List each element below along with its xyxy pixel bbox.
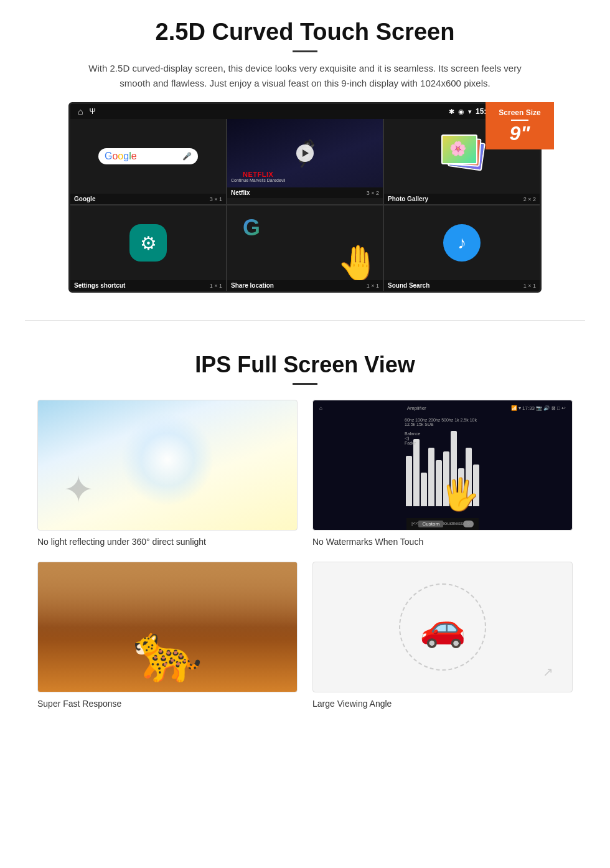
settings-cell[interactable]: ⚙ Settings shortcut 1 × 1 <box>70 205 226 291</box>
eq-bar-2 <box>413 439 420 506</box>
google-search-bar[interactable]: Google 🎤 <box>98 148 198 164</box>
music-note-icon: ♪ <box>443 224 481 262</box>
sunlight-flare: ✦ <box>63 468 94 511</box>
gallery-label-bar: Photo Gallery 2 × 2 <box>384 194 540 204</box>
google-logo: Google <box>105 151 137 162</box>
sound-app-name: Sound Search <box>388 282 429 289</box>
netflix-label-bar: Netflix 3 × 2 <box>227 187 383 198</box>
touch-hand-icon: 🖐 <box>441 476 479 512</box>
settings-icon: ⚙ <box>129 224 167 262</box>
netflix-cell[interactable]: 🦸 NETFLIX Continue Marvel's Daredevil Ne… <box>227 119 383 204</box>
photo-stack: 🌸 <box>437 131 487 181</box>
settings-app-name: Settings shortcut <box>74 282 125 289</box>
equalizer-image: ⌂ Amplifier 📶 ▾ 17:33 📷 🔊 ⊠ □ ↩ 60hz 100… <box>312 400 573 531</box>
device-wrapper: Screen Size 9" ⌂ Ψ ✱ ◉ ▾ 15:06 ⊡ ◁) ⊠ <box>62 102 548 293</box>
section2-divider <box>293 383 317 385</box>
flower-icon: 🌸 <box>449 141 466 157</box>
feature-equalizer: ⌂ Amplifier 📶 ▾ 17:33 📷 🔊 ⊠ □ ↩ 60hz 100… <box>312 400 573 547</box>
google-app-name: Google <box>74 196 95 202</box>
maps-g-logo: G <box>243 215 260 241</box>
badge-divider <box>511 120 528 121</box>
settings-content: ⚙ <box>70 205 226 280</box>
cheetah-image: 🐆 <box>37 562 298 692</box>
netflix-app-name: Netflix <box>231 189 250 196</box>
section2-title: IPS Full Screen View <box>37 352 573 378</box>
sunlight-image: ✦ <box>37 400 298 531</box>
title-divider <box>293 50 317 52</box>
car-image: 🚗 ↗ <box>312 562 573 692</box>
maps-cell[interactable]: G 🤚 Share location 1 × 1 <box>227 205 383 291</box>
eq-footer: |<< Custom loudness ○ <box>406 518 479 530</box>
section1-title: 2.5D Curved Touch Screen <box>37 19 573 45</box>
app-grid: Google 🎤 Google 3 × 1 <box>70 119 540 291</box>
status-bar: ⌂ Ψ ✱ ◉ ▾ 15:06 ⊡ ◁) ⊠ □ <box>70 104 540 119</box>
feature-grid: ✦ No light reflecting under 360° direct … <box>37 400 573 709</box>
feature-cheetah: 🐆 Super Fast Response <box>37 562 298 709</box>
maps-app-name: Share location <box>231 282 274 289</box>
photo-card-3: 🌸 <box>441 134 477 164</box>
section-ips: IPS Full Screen View ✦ No light reflecti… <box>0 339 610 727</box>
arrow-icon: ↗ <box>543 664 553 679</box>
status-left: ⌂ Ψ <box>78 106 96 116</box>
bluetooth-icon: ✱ <box>449 108 454 116</box>
section-curved-screen: 2.5D Curved Touch Screen With 2.5D curve… <box>0 0 610 301</box>
car-top-view-icon: 🚗 <box>420 605 466 649</box>
screen-size-value: 9" <box>494 123 545 143</box>
maps-label-bar: Share location 1 × 1 <box>227 280 383 291</box>
settings-app-size: 1 × 1 <box>210 283 222 289</box>
netflix-brand: NETFLIX Continue Marvel's Daredevil <box>231 171 285 182</box>
sound-label-bar: Sound Search 1 × 1 <box>384 280 540 291</box>
feature-sunlight: ✦ No light reflecting under 360° direct … <box>37 400 298 547</box>
netflix-play-button[interactable] <box>296 144 314 162</box>
home-icon[interactable]: ⌂ <box>78 106 83 116</box>
eq-bar-3 <box>421 473 427 506</box>
google-label-bar: Google 3 × 1 <box>70 194 226 204</box>
sound-app-size: 1 × 1 <box>523 283 536 289</box>
gear-icon: ⚙ <box>140 232 157 254</box>
netflix-scene: 🦸 NETFLIX Continue Marvel's Daredevil <box>227 119 383 187</box>
eq-bars-wrapper: 60hz 100hz 200hz 500hz 1k 2.5k 10k 12.5k… <box>400 400 486 516</box>
wifi-icon: ▾ <box>468 108 472 116</box>
section-divider <box>25 320 585 321</box>
gallery-app-size: 2 × 2 <box>523 196 536 202</box>
hand-pointing-icon: 🤚 <box>337 243 380 280</box>
car-circle: 🚗 <box>399 583 486 671</box>
settings-label-bar: Settings shortcut 1 × 1 <box>70 280 226 291</box>
google-cell[interactable]: Google 🎤 Google 3 × 1 <box>70 119 226 204</box>
eq-bar-1 <box>406 456 412 506</box>
music-icon: ♪ <box>458 233 466 253</box>
sound-search-cell[interactable]: ♪ Sound Search 1 × 1 <box>384 205 540 291</box>
maps-content: G 🤚 <box>227 205 383 280</box>
netflix-bg: 🦸 NETFLIX Continue Marvel's Daredevil <box>227 119 383 187</box>
screen-badge-label: Screen Size <box>494 108 545 117</box>
sun-ray <box>121 413 214 506</box>
sky-gradient <box>38 562 297 640</box>
feature-car: 🚗 ↗ Large Viewing Angle <box>312 562 573 709</box>
custom-button[interactable]: Custom <box>418 521 443 527</box>
play-triangle-icon <box>303 149 309 157</box>
google-app-size: 3 × 1 <box>210 196 222 202</box>
device-screen: ⌂ Ψ ✱ ◉ ▾ 15:06 ⊡ ◁) ⊠ □ <box>68 102 542 293</box>
gallery-app-name: Photo Gallery <box>388 196 428 202</box>
sunlight-caption: No light reflecting under 360° direct su… <box>37 537 298 547</box>
car-caption: Large Viewing Angle <box>312 699 573 709</box>
mic-icon: 🎤 <box>182 152 192 161</box>
eq-bar-4 <box>428 448 434 507</box>
location-icon: ◉ <box>458 108 464 116</box>
google-content: Google 🎤 <box>70 119 226 194</box>
equalizer-caption: No Watermarks When Touch <box>312 537 573 547</box>
netflix-logo-text: NETFLIX <box>231 171 285 178</box>
sound-content: ♪ <box>384 205 540 280</box>
maps-app-size: 1 × 1 <box>367 283 379 289</box>
screen-size-badge: Screen Size 9" <box>486 102 554 149</box>
section1-description: With 2.5D curved-display screen, this de… <box>87 61 523 91</box>
netflix-app-size: 3 × 2 <box>367 190 379 196</box>
cheetah-caption: Super Fast Response <box>37 699 298 709</box>
netflix-subtitle: Continue Marvel's Daredevil <box>231 178 285 182</box>
usb-icon: Ψ <box>89 107 95 116</box>
loudness-toggle[interactable]: ○ <box>463 521 474 527</box>
